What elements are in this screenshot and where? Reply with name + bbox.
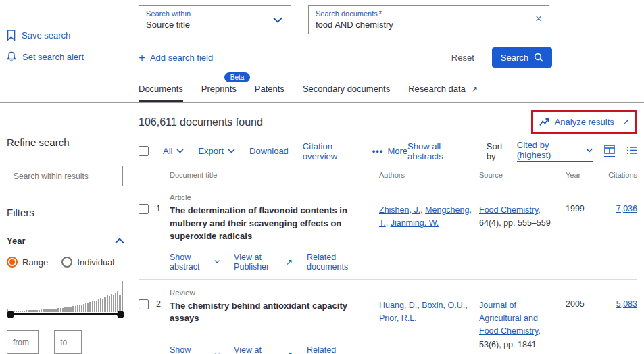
search-documents-label: Search documents [316,9,378,18]
histogram-bar [62,308,64,312]
slider-handle-min[interactable] [7,311,14,318]
histogram-bar [55,309,57,312]
table-row: 2 Review The chemistry behind antioxidan… [139,280,637,354]
tab-secondary-documents[interactable]: Secondary documents [303,84,390,102]
set-search-alert-button[interactable]: Set search alert [7,51,84,62]
histogram-bar [53,309,55,312]
tab-patents[interactable]: Patents [255,84,284,102]
search-within-results-input[interactable] [7,166,123,186]
histogram-bar [60,308,61,312]
range-radio[interactable]: Range [7,257,48,268]
document-type: Article [170,193,363,201]
row-checkbox[interactable] [139,204,149,214]
chevron-down-icon [176,149,184,153]
line-chart-icon [539,118,549,126]
reset-button[interactable]: Reset [451,53,474,63]
author-link[interactable]: Jianming, W. [391,218,439,228]
histogram-bar [70,307,72,312]
add-search-field-label: Add search field [150,53,213,63]
histogram-bar [34,310,36,312]
select-all-dropdown[interactable]: All [163,146,184,156]
tab-preprints[interactable]: Beta Preprints [201,84,237,102]
external-link-icon: ↗ [286,257,293,267]
histogram-bar [111,294,112,312]
col-source: Source [479,171,566,179]
search-documents-value: food AND chemistry [316,20,542,30]
histogram-bar [39,310,40,312]
document-title-link[interactable]: The chemistry behind antioxidant capacit… [170,300,363,326]
col-authors: Authors [379,171,479,179]
citation-overview-button[interactable]: Citation overview [303,141,358,161]
histogram-bar [100,298,101,312]
export-dropdown[interactable]: Export [198,146,235,156]
col-year: Year [566,171,597,179]
year-range-slider[interactable] [8,313,123,315]
search-within-value: Source title [146,20,284,30]
histogram-bar [45,309,47,312]
author-link[interactable]: Boxin, O.U. [422,301,465,310]
view-at-publisher-link[interactable]: View at Publisher ↗ [234,345,293,354]
show-abstract-button[interactable]: Show abstract [170,345,220,354]
histogram-bar [87,303,89,312]
citations-link[interactable]: 5,083 [616,299,637,309]
tab-research-data[interactable]: Research data ↗ [408,84,477,102]
histogram-bar [51,309,53,312]
author-link[interactable]: Prior, R.L. [379,313,417,323]
tabs: Documents Beta Preprints Patents Seconda… [139,84,552,102]
slider-handle-max[interactable] [117,311,124,318]
results-toolbar: All Export Download Citation overview ••… [139,140,637,162]
histogram-bar [30,310,32,312]
histogram-bar [96,301,97,312]
clear-search-icon[interactable]: × [535,13,542,24]
year-cell: 1999 [566,193,597,272]
saved-search-actions: Save search Set search alert [7,30,84,73]
histogram-bar [94,301,95,312]
row-checkbox[interactable] [139,299,149,309]
histogram-bar [18,311,19,312]
source-title-link[interactable]: Food Chemistry [479,205,538,215]
source-cell: Food Chemistry, 64(4), pp. 555–559 [479,193,566,272]
results-main: 106,611 documents found Analyze results … [128,103,644,354]
search-button[interactable]: Search [492,47,552,68]
tab-documents[interactable]: Documents [139,84,183,102]
results-list: 1 Article The determination of flavonoid… [139,184,637,354]
select-all-checkbox[interactable] [139,146,149,156]
view-at-publisher-link[interactable]: View at Publisher ↗ [234,253,293,272]
tab-label: Secondary documents [303,84,390,94]
search-documents-field[interactable]: Search documents* food AND chemistry × [308,5,549,34]
histogram-bar [72,306,74,312]
histogram-bar [85,303,86,312]
histogram-bar [98,299,99,312]
related-documents-link[interactable]: Related documents [307,345,363,354]
document-title-link[interactable]: The determination of flavonoid contents … [170,205,363,243]
analyze-results-button[interactable]: Analyze results ↗ [531,110,637,134]
author-link[interactable]: Huang, D. [379,301,417,310]
year-to-input[interactable] [54,330,82,354]
related-documents-link[interactable]: Related documents [307,253,363,272]
source-title-link[interactable]: Journal of Agricultural and Food Chemist… [479,301,538,336]
histogram-bar [77,305,78,312]
chevron-up-icon[interactable] [115,238,124,244]
show-all-abstracts-button[interactable]: Show all abstracts [407,141,475,161]
histogram-bar [119,295,120,312]
add-search-field-button[interactable]: + Add search field [139,52,213,64]
citations-link[interactable]: 7,036 [616,204,637,213]
individual-radio[interactable]: Individual [61,257,114,268]
more-menu-button[interactable]: ••• More [372,146,407,156]
search-within-select[interactable]: Search within Source title [139,5,291,34]
download-button[interactable]: Download [249,146,289,156]
histogram-bar [107,295,108,312]
external-link-icon: ↗ [286,350,293,354]
author-link[interactable]: Zhishen, J. [379,205,420,215]
show-abstract-button[interactable]: Show abstract [170,253,220,272]
range-radio-label: Range [22,257,48,268]
histogram-bar [28,310,29,312]
sort-dropdown[interactable]: Cited by (highest) [517,140,593,162]
list-view-icon[interactable] [626,146,637,157]
grid-view-icon[interactable] [604,145,615,157]
year-from-input[interactable] [7,330,39,354]
page-header: Save search Set search alert Search with… [0,0,644,103]
search-form: Search within Source title Search docume… [139,5,552,102]
save-search-button[interactable]: Save search [7,30,84,41]
chevron-down-icon [586,148,593,153]
